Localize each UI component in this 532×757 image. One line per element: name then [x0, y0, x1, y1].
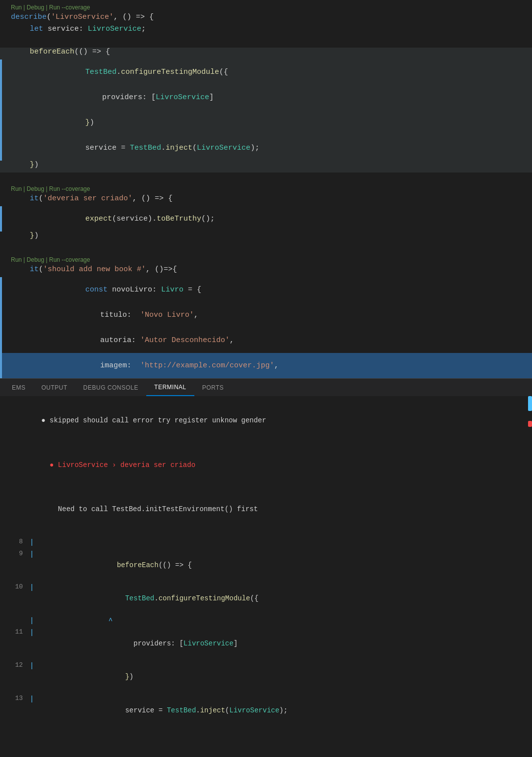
code-line-closeit1: }) — [0, 232, 532, 243]
diff-bar-10: | — [30, 582, 42, 593]
diff-line-8: 8 | — [12, 537, 524, 549]
terminal-line-need: Need to call TestBed.initTestEnvironment… — [8, 492, 524, 525]
debug-link-2[interactable]: Debug — [27, 185, 44, 192]
diff-line-12: 12 | }) — [12, 660, 524, 694]
diff-content-10: TestBed.configureTestingModule({ — [42, 582, 524, 615]
diff-bar-9: | — [30, 549, 42, 560]
code-line-it1: it('deveria ser criado', () => { — [0, 194, 532, 206]
run-link-1[interactable]: Run — [11, 4, 22, 11]
diff-bar-caret: | — [30, 615, 42, 626]
diff-content-11: providers: [LivroService] — [42, 627, 524, 660]
run-coverage-link-2[interactable]: Run --coverage — [49, 185, 90, 192]
debug-link-1[interactable]: Debug — [27, 4, 44, 11]
terminal-content: ● skipped should call error try register… — [0, 396, 532, 727]
diff-line-13: 13 | service = TestBed.inject(LivroServi… — [12, 694, 524, 727]
code-line-const: const novoLivro: Livro = { — [0, 277, 532, 302]
terminal-line-1: ● skipped should call error try register… — [8, 404, 524, 437]
code-line-empty2 — [0, 173, 532, 183]
run-debug-bar-2: Run | Debug | Run --coverage — [0, 183, 532, 194]
diff-number-10: 10 — [12, 582, 30, 592]
code-line-autoria: autoria: 'Autor Desconhecido', — [0, 328, 532, 353]
run-debug-bar-1: Run | Debug | Run --coverage — [0, 0, 532, 13]
tab-ports[interactable]: PORTS — [194, 379, 232, 396]
terminal-line-livroservice: ● LivroService › deveria ser criado — [8, 448, 524, 481]
scrollbar-thumb-red — [528, 421, 532, 427]
diff-line-10: 10 | TestBed.configureTestingModule({ — [12, 582, 524, 615]
debug-link-3[interactable]: Debug — [27, 256, 44, 263]
diff-bar-8: | — [30, 537, 42, 548]
terminal-scrollbar[interactable] — [528, 396, 532, 727]
scrollbar-thumb-blue — [528, 396, 532, 411]
code-line-providers: providers: [LivroService] — [0, 85, 532, 110]
app-container: Run | Debug | Run --coverage describe('L… — [0, 0, 532, 757]
code-line-closecb: }) — [0, 161, 532, 173]
run-coverage-link-1[interactable]: Run --coverage — [49, 4, 90, 11]
run-link-3[interactable]: Run — [11, 256, 22, 263]
code-line-let: let service: LivroService; — [0, 25, 532, 37]
code-line-empty1 — [0, 37, 532, 48]
code-line-expect: expect(service).toBeTruthy(); — [0, 206, 532, 232]
tab-terminal[interactable]: TERMINAL — [146, 379, 194, 396]
diff-bar-12: | — [30, 660, 42, 671]
code-line-imagem: imagem: 'http://example.com/cover.jpg', — [0, 353, 532, 378]
diff-content-9: beforeEach(() => { — [42, 549, 524, 582]
tab-debug-console[interactable]: DEBUG CONSOLE — [75, 379, 146, 396]
terminal-empty-1 — [8, 437, 524, 448]
terminal-empty-2 — [8, 481, 524, 492]
code-line-closeobj: }) — [0, 110, 532, 135]
diff-content-caret: ^ — [42, 615, 524, 626]
diff-bar-13: | — [30, 694, 42, 704]
run-link-2[interactable]: Run — [11, 185, 22, 192]
run-debug-bar-3: Run | Debug | Run --coverage — [0, 254, 532, 265]
diff-number-13: 13 — [12, 694, 30, 704]
code-line-beforeeach: beforeEach(() => { — [0, 48, 532, 59]
code-line-testbed: TestBed.configureTestingModule({ — [0, 59, 532, 85]
diff-line-caret: | ^ — [12, 615, 524, 627]
code-line-service-inject: service = TestBed.inject(LivroService); — [0, 135, 532, 161]
diff-number-8: 8 — [12, 537, 30, 547]
editor-section: Run | Debug | Run --coverage describe('L… — [0, 0, 532, 378]
diff-number-9: 9 — [12, 549, 30, 559]
code-line-it2: it('should add new book #', ()=>{ — [0, 265, 532, 277]
diff-bar-11: | — [30, 627, 42, 638]
diff-content-12: }) — [42, 660, 524, 694]
panel-tabs: EMS OUTPUT DEBUG CONSOLE TERMINAL PORTS — [0, 379, 532, 396]
diff-container: 8 | 9 | beforeEach(() => { 10 | — [8, 537, 524, 727]
diff-number-12: 12 — [12, 660, 30, 671]
diff-line-11: 11 | providers: [LivroService] — [12, 627, 524, 660]
code-line-titulo: titulo: 'Novo Livro', — [0, 302, 532, 328]
diff-line-9: 9 | beforeEach(() => { — [12, 549, 524, 582]
terminal-empty-3 — [8, 526, 524, 537]
run-coverage-link-3[interactable]: Run --coverage — [49, 256, 90, 263]
diff-number-11: 11 — [12, 627, 30, 638]
bottom-panel: EMS OUTPUT DEBUG CONSOLE TERMINAL PORTS — [0, 378, 532, 727]
code-line-empty3 — [0, 243, 532, 254]
diff-content-13: service = TestBed.inject(LivroService); — [42, 694, 524, 727]
tab-ems[interactable]: EMS — [4, 379, 34, 396]
code-line-describe: describe('LivroService', () => { — [0, 13, 532, 25]
tab-output[interactable]: OUTPUT — [34, 379, 75, 396]
